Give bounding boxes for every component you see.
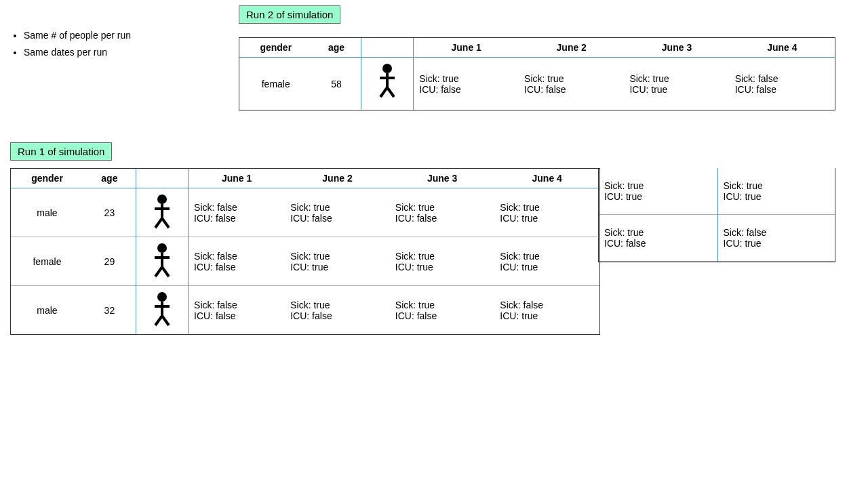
run2-col-june2: June 2 xyxy=(519,38,624,58)
run1-r2-icon xyxy=(136,237,188,286)
svg-point-10 xyxy=(157,243,167,253)
run2-extra-r1-c1: Sick: trueICU: true xyxy=(599,168,717,215)
run1-r3-age: 32 xyxy=(83,286,136,335)
svg-line-19 xyxy=(162,316,169,325)
svg-line-14 xyxy=(162,267,169,277)
run1-table: gender age June 1 June 2 June 3 June 4 m… xyxy=(11,169,599,334)
run1-r2-june3: Sick: trueICU: true xyxy=(390,237,495,286)
svg-line-3 xyxy=(380,87,387,97)
run1-r3-june3: Sick: trueICU: false xyxy=(390,286,495,335)
run1-r3-icon xyxy=(136,286,188,335)
run2-extra-r2-c1: Sick: trueICU: false xyxy=(599,215,717,262)
run1-table-container: gender age June 1 June 2 June 3 June 4 m… xyxy=(10,168,600,335)
note-item-1: Same # of people per run xyxy=(24,27,131,44)
run1-r1-june3: Sick: trueICU: false xyxy=(390,188,495,237)
person-icon-run1-r3 xyxy=(152,291,172,327)
run1-col-june3: June 3 xyxy=(390,169,495,188)
run1-r1-icon xyxy=(136,188,188,237)
run1-row-2: female 29 Sick: falseICU: false Sick: tr… xyxy=(11,237,599,286)
run2-col-june3: June 3 xyxy=(624,38,729,58)
run2-r1-june3: Sick: trueICU: true xyxy=(624,58,729,110)
run1-header-row: gender age June 1 June 2 June 3 June 4 xyxy=(11,169,599,188)
person-icon-r1 xyxy=(377,63,397,98)
run2-r1-june2: Sick: trueICU: false xyxy=(519,58,624,110)
run2-r1-age: 58 xyxy=(313,58,361,110)
run1-r2-age: 29 xyxy=(83,237,136,286)
run2-col-gender: gender xyxy=(239,38,313,58)
run2-col-june1: June 1 xyxy=(414,38,519,58)
run1-col-june4: June 4 xyxy=(494,169,599,188)
run2-col-june4: June 4 xyxy=(730,38,835,58)
run1-row-1: male 23 Sick: falseICU: false Sick: true… xyxy=(11,188,599,237)
run2-row-1: female 58 Sick: trueICU: false Sick: tru… xyxy=(239,58,835,110)
run2-extra-table: Sick: trueICU: true Sick: trueICU: true … xyxy=(599,168,835,262)
run1-col-icon xyxy=(136,169,188,188)
svg-line-4 xyxy=(387,87,394,97)
run1-col-age: age xyxy=(83,169,136,188)
svg-point-0 xyxy=(382,64,392,73)
svg-line-18 xyxy=(155,316,162,325)
run2-extra-rows: Sick: trueICU: true Sick: trueICU: true … xyxy=(598,168,835,262)
run2-r1-gender: female xyxy=(239,58,313,110)
run2-label: Run 2 of simulation xyxy=(239,5,340,24)
run1-col-june1: June 1 xyxy=(189,169,285,188)
run1-row-3: male 32 Sick: falseICU: false Sick: true… xyxy=(11,286,599,335)
run2-col-age: age xyxy=(313,38,361,58)
run1-r1-june2: Sick: trueICU: false xyxy=(285,188,390,237)
run2-col-icon xyxy=(361,38,414,58)
run1-r2-gender: female xyxy=(11,237,83,286)
run1-col-gender: gender xyxy=(11,169,83,188)
run1-r3-june4: Sick: falseICU: true xyxy=(494,286,599,335)
run2-r1-icon xyxy=(361,58,414,110)
run2-header-row: gender age June 1 June 2 June 3 June 4 xyxy=(239,38,835,58)
run2-extra-row-1: Sick: trueICU: true Sick: trueICU: true xyxy=(599,168,835,215)
notes-section: Same # of people per run Same dates per … xyxy=(10,27,131,61)
run1-r1-age: 23 xyxy=(83,188,136,237)
svg-point-15 xyxy=(157,292,167,302)
run2-table: gender age June 1 June 2 June 3 June 4 f… xyxy=(239,38,835,110)
run2-r1-june1: Sick: trueICU: false xyxy=(414,58,519,110)
run1-r2-june4: Sick: trueICU: true xyxy=(494,237,599,286)
run1-r1-june1: Sick: falseICU: false xyxy=(189,188,285,237)
run1-r3-gender: male xyxy=(11,286,83,335)
run1-r2-june2: Sick: trueICU: true xyxy=(285,237,390,286)
run2-r1-june4: Sick: falseICU: false xyxy=(730,58,835,110)
run1-col-june2: June 2 xyxy=(285,169,390,188)
run2-extra-r2-c2: Sick: falseICU: true xyxy=(717,215,835,262)
svg-line-13 xyxy=(155,267,162,277)
svg-line-9 xyxy=(162,218,169,228)
run1-r1-june4: Sick: trueICU: true xyxy=(494,188,599,237)
svg-line-8 xyxy=(155,218,162,228)
run1-r3-june2: Sick: trueICU: false xyxy=(285,286,390,335)
svg-point-5 xyxy=(157,195,167,204)
run1-r3-june1: Sick: falseICU: false xyxy=(189,286,285,335)
person-icon-run1-r2 xyxy=(152,243,172,278)
note-item-2: Same dates per run xyxy=(24,44,131,61)
run2-extra-row-2: Sick: trueICU: false Sick: falseICU: tru… xyxy=(599,215,835,262)
run1-r2-june1: Sick: falseICU: false xyxy=(189,237,285,286)
person-icon-run1-r1 xyxy=(152,194,172,229)
run1-r1-gender: male xyxy=(11,188,83,237)
run2-extra-r1-c2: Sick: trueICU: true xyxy=(717,168,835,215)
run1-label: Run 1 of simulation xyxy=(10,142,112,161)
run2-table-container: gender age June 1 June 2 June 3 June 4 f… xyxy=(239,37,835,110)
